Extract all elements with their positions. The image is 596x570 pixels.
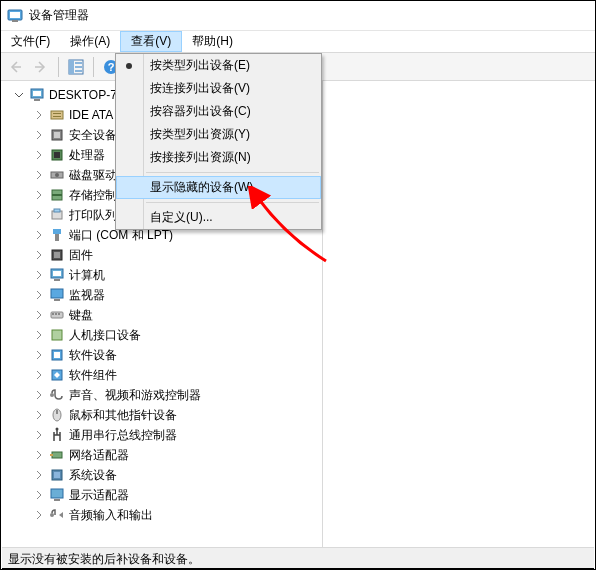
menu-view[interactable]: 查看(V) (120, 31, 182, 52)
device-category-icon (49, 467, 65, 483)
tree-node[interactable]: 鼠标和其他指针设备 (29, 405, 322, 425)
expand-icon[interactable] (33, 389, 45, 401)
expand-icon[interactable] (33, 229, 45, 241)
expand-icon[interactable] (33, 369, 45, 381)
tree-node-label: 处理器 (69, 147, 105, 164)
menu-action[interactable]: 操作(A) (60, 31, 120, 52)
svg-rect-4 (69, 60, 74, 74)
tree-node-label: 磁盘驱动 (69, 167, 117, 184)
expand-icon[interactable] (33, 289, 45, 301)
expand-icon[interactable] (33, 429, 45, 441)
tree-node[interactable]: 软件设备 (29, 345, 322, 365)
tree-node[interactable]: 通用串行总线控制器 (29, 425, 322, 445)
tree-node-label: 网络适配器 (69, 447, 129, 464)
tree-node-label: 存储控制 (69, 187, 117, 204)
tree-node[interactable]: 计算机 (29, 265, 322, 285)
device-category-icon (49, 287, 65, 303)
svg-rect-29 (54, 252, 60, 258)
svg-point-43 (50, 393, 54, 397)
device-category-icon (49, 307, 65, 323)
svg-rect-17 (54, 132, 60, 138)
svg-point-21 (55, 173, 59, 177)
menu-devices-by-type[interactable]: 按类型列出设备(E) (116, 54, 321, 77)
svg-rect-19 (54, 152, 60, 158)
svg-point-53 (50, 513, 54, 517)
back-button[interactable] (3, 55, 27, 79)
menu-resources-by-type[interactable]: 按类型列出资源(Y) (116, 123, 321, 146)
device-category-icon (49, 427, 65, 443)
device-category-icon (49, 167, 65, 183)
menu-resources-by-connection[interactable]: 按接接列出资源(N) (116, 146, 321, 169)
svg-rect-45 (56, 410, 58, 414)
device-category-icon (49, 227, 65, 243)
svg-rect-41 (54, 352, 60, 358)
svg-rect-7 (75, 70, 82, 72)
expand-icon[interactable] (33, 349, 45, 361)
svg-rect-25 (54, 209, 60, 212)
expand-icon[interactable] (33, 129, 45, 141)
device-category-icon (49, 207, 65, 223)
tree-node[interactable]: 固件 (29, 245, 322, 265)
svg-rect-11 (33, 91, 41, 96)
svg-rect-32 (54, 279, 60, 281)
tree-node[interactable]: 声音、视频和游戏控制器 (29, 385, 322, 405)
expand-icon[interactable] (33, 409, 45, 421)
collapse-icon[interactable] (13, 89, 25, 101)
svg-rect-2 (12, 20, 18, 22)
tree-node-label: 安全设备 (69, 127, 117, 144)
tree-node-label: 软件组件 (69, 367, 117, 384)
expand-icon[interactable] (33, 189, 45, 201)
device-category-icon (49, 507, 65, 523)
device-category-icon (49, 327, 65, 343)
menu-show-hidden[interactable]: 显示隐藏的设备(W) (116, 176, 321, 199)
menu-devices-by-container[interactable]: 按容器列出设备(C) (116, 100, 321, 123)
tree-node[interactable]: 人机接口设备 (29, 325, 322, 345)
svg-rect-50 (54, 472, 60, 478)
tree-node[interactable]: 显示适配器 (29, 485, 322, 505)
device-category-icon (49, 387, 65, 403)
expand-icon[interactable] (33, 509, 45, 521)
tree-node-label: 键盘 (69, 307, 93, 324)
expand-icon[interactable] (33, 269, 45, 281)
expand-icon[interactable] (33, 489, 45, 501)
menu-devices-by-connection[interactable]: 按连接列出设备(V) (116, 77, 321, 100)
expand-icon[interactable] (33, 249, 45, 261)
svg-text:?: ? (108, 61, 115, 73)
tree-node[interactable]: 音频输入和输出 (29, 505, 322, 525)
expand-icon[interactable] (33, 309, 45, 321)
menu-file[interactable]: 文件(F) (1, 31, 60, 52)
statusbar: 显示没有被安装的后补设备和设备。 (2, 547, 594, 569)
tree-node-label: 声音、视频和游戏控制器 (69, 387, 201, 404)
tree-node-label: 鼠标和其他指针设备 (69, 407, 177, 424)
expand-icon[interactable] (33, 449, 45, 461)
expand-icon[interactable] (33, 149, 45, 161)
menu-customize[interactable]: 自定义(U)... (116, 206, 321, 229)
forward-button[interactable] (29, 55, 53, 79)
tree-node-label: 系统设备 (69, 467, 117, 484)
toolbar-view-icon[interactable] (64, 55, 88, 79)
device-category-icon (49, 267, 65, 283)
expand-icon[interactable] (33, 209, 45, 221)
tree-node[interactable]: 键盘 (29, 305, 322, 325)
menu-help[interactable]: 帮助(H) (182, 31, 243, 52)
tree-node-label: IDE ATA (69, 108, 113, 122)
tree-node-label: 显示适配器 (69, 487, 129, 504)
expand-icon[interactable] (33, 169, 45, 181)
svg-rect-52 (54, 499, 60, 501)
app-icon (7, 8, 23, 24)
tree-node[interactable]: 系统设备 (29, 465, 322, 485)
device-category-icon (49, 107, 65, 123)
expand-icon[interactable] (33, 329, 45, 341)
svg-rect-15 (53, 116, 61, 117)
tree-node[interactable]: 监视器 (29, 285, 322, 305)
device-category-icon (49, 487, 65, 503)
details-pane (323, 81, 595, 547)
svg-rect-1 (10, 12, 20, 18)
tree-node[interactable]: 网络适配器 (29, 445, 322, 465)
svg-rect-31 (53, 271, 61, 276)
tree-node[interactable]: 软件组件 (29, 365, 322, 385)
svg-point-46 (56, 428, 59, 431)
expand-icon[interactable] (33, 109, 45, 121)
svg-rect-23 (52, 194, 62, 196)
expand-icon[interactable] (33, 469, 45, 481)
